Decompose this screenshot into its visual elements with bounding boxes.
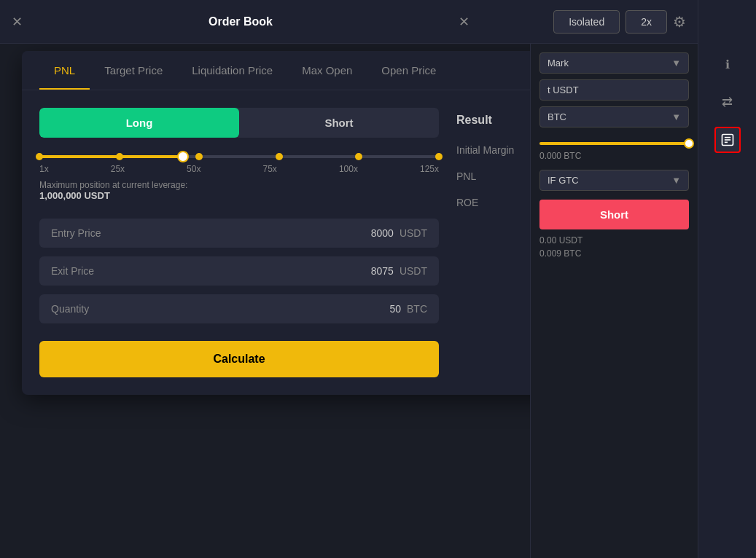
orderbook-close-left-button[interactable]: ✕ [12, 14, 23, 30]
right-trading-panel: Mark ▼ t USDT BTC ▼ 0.000 BTC IF GTC ▼ S… [530, 44, 698, 558]
settings-button[interactable]: ⚙ [673, 13, 686, 31]
mark-selector[interactable]: Mark ▼ [539, 52, 689, 74]
calculator-icon[interactable] [714, 127, 741, 153]
orderbook-title: Order Book [28, 15, 453, 28]
amount-btc: 0.009 BTC [539, 248, 689, 259]
slider-dot-125x [435, 153, 443, 160]
slider-dot-50x [195, 153, 203, 160]
calculator-left-panel: Long Short [39, 108, 439, 377]
entry-price-unit: USDT [400, 227, 427, 239]
bottom-amounts: 0.00 USDT 0.009 BTC [539, 235, 689, 259]
slider-thumb[interactable] [177, 151, 189, 162]
leverage-label-25x: 25x [111, 164, 125, 174]
pnl-label: PNL [456, 170, 476, 182]
entry-price-label: Entry Price [51, 227, 371, 239]
top-controls: Isolated 2x ⚙ [481, 0, 698, 44]
btc-selector[interactable]: BTC ▼ [539, 106, 689, 127]
leverage-info: Maximum position at current leverage: 1,… [39, 180, 439, 201]
entry-price-value: 8000 [371, 227, 394, 239]
entry-price-field[interactable]: Entry Price 8000 USDT [39, 219, 439, 248]
slider-dot-75x [276, 153, 283, 160]
roe-label: ROE [456, 197, 478, 208]
leverage-button[interactable]: 2x [626, 10, 667, 34]
long-button[interactable]: Long [39, 108, 239, 138]
slider-value: 0.000 BTC [539, 151, 689, 161]
tab-target-price[interactable]: Target Price [90, 51, 177, 90]
isolated-button[interactable]: Isolated [553, 10, 620, 34]
orderbook-close-button[interactable]: ✕ [459, 14, 469, 30]
tab-max-open[interactable]: Max Open [287, 51, 367, 90]
tab-open-price[interactable]: Open Price [367, 51, 451, 90]
quantity-unit: BTC [407, 303, 427, 315]
gtc-selector[interactable]: IF GTC ▼ [539, 170, 689, 191]
leverage-label-100x: 100x [339, 164, 358, 174]
quantity-field[interactable]: Quantity 50 BTC [39, 294, 439, 323]
slider-fill [39, 155, 183, 158]
swap-icon[interactable]: ⇄ [714, 89, 741, 115]
amount-slider-container: 0.000 BTC [539, 133, 689, 164]
right-sidebar: ℹ ⇄ [698, 0, 756, 558]
slider-dot-1x [36, 153, 43, 160]
leverage-section: 1x 25x 50x 75x 100x 125x Maximum positio… [39, 155, 439, 201]
slider-dot-25x [116, 153, 123, 160]
max-position-value: 1,000,000 USDT [39, 190, 439, 201]
leverage-label-1x: 1x [39, 164, 49, 174]
leverage-label-50x: 50x [187, 164, 200, 174]
initial-margin-label: Initial Margin [456, 144, 514, 156]
slider-dot-100x [355, 153, 362, 160]
slider-labels: 1x 25x 50x 75x 100x 125x [39, 164, 439, 174]
orderbook-topbar: ✕ Order Book ✕ [0, 0, 481, 44]
exit-price-value: 8075 [371, 265, 394, 277]
exit-price-label: Exit Price [51, 265, 371, 277]
short-button[interactable]: Short [539, 200, 689, 229]
exit-price-unit: USDT [400, 265, 427, 277]
exit-price-field[interactable]: Exit Price 8075 USDT [39, 256, 439, 286]
quantity-value: 50 [389, 303, 401, 315]
short-toggle-button[interactable]: Short [239, 108, 439, 138]
tab-pnl[interactable]: PNL [39, 51, 90, 90]
info-icon[interactable]: ℹ [714, 51, 741, 77]
amount-usdt: 0.00 USDT [539, 235, 689, 245]
leverage-label-75x: 75x [263, 164, 277, 174]
calculate-button[interactable]: Calculate [39, 341, 439, 377]
tab-liquidation-price[interactable]: Liquidation Price [177, 51, 287, 90]
leverage-label-125x: 125x [420, 164, 439, 174]
long-short-toggle: Long Short [39, 108, 439, 138]
usdt-selector[interactable]: t USDT [539, 79, 689, 101]
slider-track [39, 155, 439, 158]
quantity-label: Quantity [51, 303, 389, 315]
leverage-slider-container [39, 155, 439, 158]
